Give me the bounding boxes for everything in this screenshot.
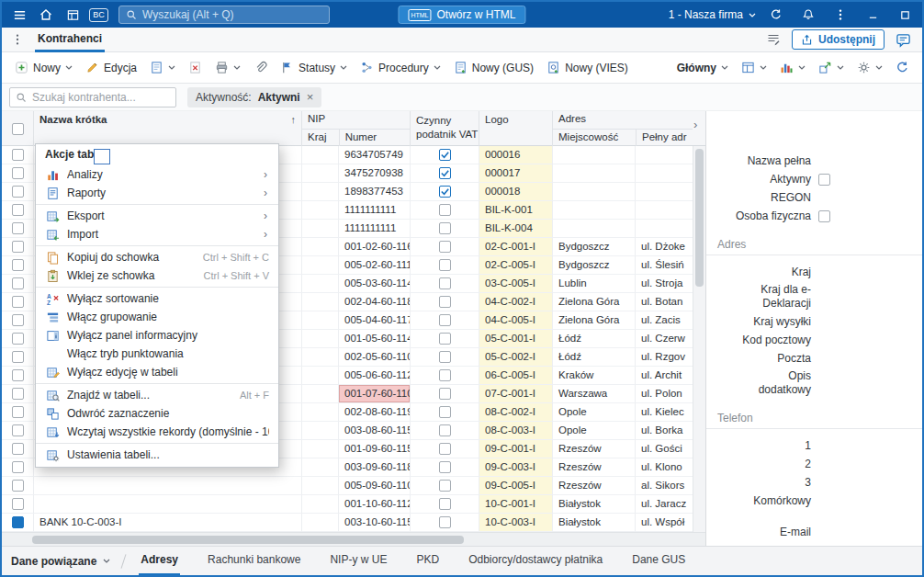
toolbar-statusy-button[interactable]: Statusy <box>275 56 353 80</box>
menu-item-wczytaj-wszystkie-rekordy-domy-lnie-100[interactable]: Wczytaj wszystkie rekordy (domyślnie - 1… <box>36 423 278 441</box>
horizontal-scrollbar-thumb[interactable] <box>32 536 464 544</box>
row-select-checkbox[interactable] <box>12 351 24 363</box>
header-kraj[interactable]: Kraj <box>302 130 339 146</box>
toolbar-procedury-button[interactable]: Procedury <box>355 56 446 80</box>
row-select-checkbox[interactable] <box>12 461 24 473</box>
collapse-panel-chevron-icon[interactable]: › <box>693 119 697 130</box>
row-select-checkbox[interactable] <box>12 296 24 308</box>
row-select-checkbox[interactable] <box>12 443 24 455</box>
bottom-tab-odbiorcy-dostawcy-p-atnika[interactable]: Odbiorcy/dostawcy płatnika <box>467 547 604 576</box>
chip-close-icon[interactable]: × <box>307 90 314 104</box>
row-select-checkbox[interactable] <box>12 222 24 234</box>
company-selector[interactable]: 1 - Nasza firma <box>669 8 756 21</box>
vat-checkbox[interactable] <box>439 314 451 326</box>
vat-checkbox[interactable] <box>439 424 451 436</box>
header-nazwa-krotka[interactable]: Nazwa krótka ↑ <box>34 111 302 146</box>
row-select-checkbox[interactable] <box>12 424 24 436</box>
vat-checkbox[interactable] <box>439 277 451 289</box>
toolbar-print-button[interactable] <box>209 56 246 80</box>
bottom-tab-rachunki-bankowe[interactable]: Rachunki bankowe <box>206 547 302 576</box>
vertical-scrollbar-thumb[interactable] <box>695 149 704 287</box>
bottom-tab-nip-y-w-ue[interactable]: NIP-y w UE <box>328 547 389 576</box>
vat-checkbox[interactable] <box>439 461 451 473</box>
header-vat[interactable]: Czynny podatnik VAT <box>411 111 479 146</box>
notifications-bell-icon[interactable] <box>796 5 820 25</box>
row-select-checkbox[interactable] <box>12 167 24 179</box>
vat-checkbox[interactable] <box>439 498 451 510</box>
inline-cell-editor[interactable] <box>94 149 110 164</box>
vertical-scrollbar[interactable] <box>693 146 705 532</box>
header-nip-band[interactable]: NIP Kraj Numer <box>302 111 411 146</box>
toolbar-chart-button[interactable] <box>774 56 811 80</box>
vat-checkbox[interactable] <box>439 388 451 400</box>
vat-checkbox[interactable] <box>439 480 451 492</box>
vat-checkbox[interactable] <box>439 333 451 345</box>
toolbar-refresh-button[interactable] <box>890 56 915 80</box>
toolbar-nowy-gus-button[interactable]: Nowy (GUS) <box>448 56 539 80</box>
panel-field-value[interactable] <box>818 174 924 186</box>
toolbar-g-wny-button[interactable]: Główny <box>671 56 734 80</box>
vat-checkbox[interactable] <box>439 351 451 363</box>
menu-item-wy-cz-sortowanie[interactable]: AZWyłącz sortowanie <box>36 289 278 308</box>
comments-icon[interactable] <box>896 32 911 48</box>
row-select-checkbox[interactable] <box>12 388 24 400</box>
vat-checkbox[interactable] <box>439 443 451 455</box>
menu-item-kopiuj-do-schowka[interactable]: Kopiuj do schowkaCtrl + Shift + C <box>36 248 278 266</box>
panel-field-value[interactable] <box>818 210 924 222</box>
more-options-kebab-icon[interactable] <box>828 5 852 25</box>
menu-item-raporty[interactable]: Raporty› <box>36 184 278 202</box>
maximize-icon[interactable] <box>893 5 917 25</box>
row-select-checkbox[interactable] <box>12 498 24 510</box>
toolbar-attach-button[interactable] <box>248 56 273 80</box>
vat-checkbox[interactable] <box>439 259 451 271</box>
menu-item-eksport[interactable]: Eksport› <box>36 207 278 225</box>
vat-checkbox[interactable] <box>439 204 451 216</box>
modules-icon[interactable] <box>61 5 85 25</box>
menu-item-znajd-w-tabeli[interactable]: Znajdź w tabeli...Alt + F <box>36 386 278 404</box>
home-icon[interactable] <box>34 5 58 25</box>
menu-item-wklej-ze-schowka[interactable]: Wklej ze schowkaCtrl + Shift + V <box>36 266 278 285</box>
menu-item-w-cz-tryb-punktowania[interactable]: Włącz tryb punktowania <box>36 345 278 363</box>
global-search[interactable] <box>118 6 330 24</box>
menu-item-ustawienia-tabeli[interactable]: Ustawienia tabeli... <box>36 446 278 464</box>
toolbar-gear-button[interactable] <box>851 56 888 80</box>
menu-item-w-cz-grupowanie[interactable]: Włącz grupowanie <box>36 308 278 326</box>
row-select-checkbox[interactable] <box>12 314 24 326</box>
panel-checkbox[interactable] <box>818 210 830 222</box>
toolbar-edycja-button[interactable]: Edycja <box>80 56 142 80</box>
open-in-html-button[interactable]: HTML Otwórz w HTML <box>398 6 525 24</box>
toolbar-nowy-button[interactable]: Nowy <box>9 56 78 80</box>
horizontal-scrollbar[interactable] <box>2 532 705 546</box>
vat-checkbox[interactable] <box>439 167 451 179</box>
contractor-search-input[interactable] <box>32 91 175 104</box>
filter-chip-aktywnosc[interactable]: Aktywność: Aktywni × <box>187 87 321 107</box>
vat-checkbox[interactable] <box>439 369 451 381</box>
table-row[interactable]: 005-09-60-11009-C-005-IRzeszówal. Sikors <box>2 477 693 495</box>
bottom-tab-pkd[interactable]: PKD <box>414 547 441 576</box>
contractor-search[interactable] <box>9 87 176 107</box>
vat-checkbox[interactable] <box>439 516 451 528</box>
notes-icon[interactable] <box>766 32 781 47</box>
header-numer[interactable]: Numer <box>339 130 410 146</box>
vat-checkbox[interactable] <box>439 241 451 253</box>
tab-kebab-icon[interactable] <box>9 31 26 48</box>
minimize-icon[interactable] <box>861 5 885 25</box>
menu-item-wy-cz-edycj-w-tabeli[interactable]: Wyłącz edycję w tabeli <box>36 363 278 381</box>
vat-checkbox[interactable] <box>439 186 451 198</box>
share-button[interactable]: Udostępnij <box>792 29 885 50</box>
toolbar-send-button[interactable] <box>813 56 850 80</box>
row-select-checkbox[interactable] <box>12 204 24 216</box>
vat-checkbox[interactable] <box>439 296 451 308</box>
header-adres-band[interactable]: Adres Miejscowość Pełny adr <box>553 111 693 146</box>
toolbar-card-button[interactable] <box>144 56 181 80</box>
row-select-checkbox[interactable] <box>12 406 24 418</box>
menu-item-import[interactable]: Import› <box>36 225 278 243</box>
table-row[interactable]: 001-10-60-11210-C-001-IBiałystokul. Jara… <box>2 495 693 514</box>
row-select-checkbox[interactable] <box>12 277 24 289</box>
menu-item-odwr-zaznaczenie[interactable]: Odwróć zaznaczenie <box>36 404 278 423</box>
row-select-checkbox[interactable] <box>12 333 24 345</box>
menu-item-wy-cz-panel-informacyjny[interactable]: Wyłącz panel informacyjny <box>36 326 278 345</box>
select-all-checkbox[interactable] <box>12 123 24 135</box>
row-select-checkbox[interactable] <box>12 186 24 198</box>
row-select-checkbox[interactable] <box>12 241 24 253</box>
